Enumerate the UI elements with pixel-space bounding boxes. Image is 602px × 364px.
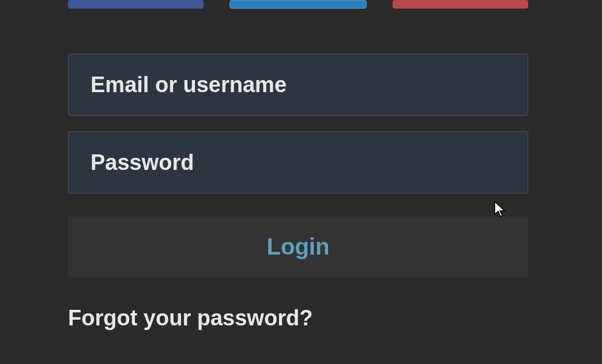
twitter-login-button[interactable]: [229, 0, 366, 9]
facebook-login-button[interactable]: [68, 0, 204, 9]
google-login-button[interactable]: [393, 0, 528, 9]
login-button[interactable]: Login: [68, 217, 528, 277]
password-input[interactable]: [68, 131, 528, 194]
social-login-row: [68, 0, 528, 9]
email-username-input[interactable]: [68, 54, 528, 116]
login-form: Login Forgot your password?: [68, 0, 528, 331]
forgot-password-link[interactable]: Forgot your password?: [68, 306, 528, 331]
